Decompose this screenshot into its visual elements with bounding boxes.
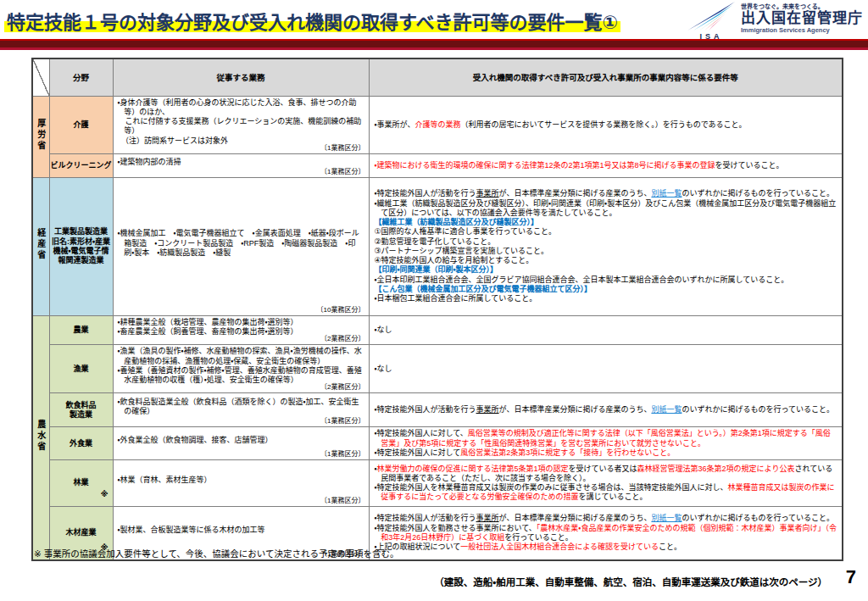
field-cell: 工業製品製造業旧名:素形材・産業機械・電気電子情報関連製造業 bbox=[49, 177, 113, 315]
next-page-note: （建設、造船・舶用工業、自動車整備、航空、宿泊、自動車運送業及び鉄道は次のページ… bbox=[434, 575, 827, 588]
field-cell: 飲食料品製造業 bbox=[49, 393, 113, 427]
ministry-label-mhlw: 厚労省 bbox=[32, 96, 49, 177]
table-row: 漁業 ・漁業（漁具の製作・補修、水産動植物の探索、漁具・漁労機械の操作、水産動植… bbox=[32, 345, 843, 393]
field-cell: 介護 bbox=[49, 96, 113, 153]
task-unit-label: 〔1業務区分〕 bbox=[320, 166, 364, 175]
bessi-ichiran-link[interactable]: 別紙一覧 bbox=[651, 405, 682, 414]
table-row: 農水省 農業 ・耕種農業全般（栽培管理、農産物の集出荷・選別等）・畜産農業全般（… bbox=[32, 315, 843, 345]
task-unit-label: 〔10業務区分〕 bbox=[317, 304, 365, 314]
work-cell: ・機械金属加工 ・電気電子機器組立て ・金属表面処理 ・紙器・段ボール箱製造 ・… bbox=[113, 177, 369, 315]
permits-table: 分野 従事する業務 受入れ機関の取得すべき許可及び受入れ事業所の事業内容等に係る… bbox=[31, 58, 843, 561]
work-cell: ・建築物内部の清掃〔1業務区分〕 bbox=[113, 153, 369, 177]
table-header-row: 分野 従事する業務 受入れ機関の取得すべき許可及び受入れ事業所の事業内容等に係る… bbox=[32, 58, 843, 96]
requirements-cell: ・なし bbox=[369, 315, 843, 345]
table-row: ビルクリーニング ・建築物内部の清掃〔1業務区分〕 ・建築物における衛生的環境の… bbox=[32, 153, 843, 177]
paper-plane-icon bbox=[687, 1, 736, 35]
table-row: 飲食料品製造業 ・飲食料品製造業全般（飲食料品（酒類を除く）の製造・加工、安全衛… bbox=[32, 393, 843, 427]
council-note-marker: ※ bbox=[101, 490, 108, 500]
field-cell: ビルクリーニング bbox=[49, 153, 113, 177]
work-cell: ・外食業全般（飲食物調理、接客、店舗管理）〔1業務区分〕 bbox=[113, 427, 369, 460]
requirements-cell: ・特定技能外国人が活動を行う事業所が、日本標準産業分類に掲げる産業のうち、別紙一… bbox=[369, 507, 843, 560]
requirements-cell: ・特定技能外国人が活動を行う事業所が、日本標準産業分類に掲げる産業のうち、別紙一… bbox=[369, 177, 843, 315]
requirements-cell: ・特定技能外国人に対して、風俗営業等の規制及び適正化等に関する法律（以下「風俗営… bbox=[369, 427, 843, 460]
task-unit-label: 〔1業務区分〕 bbox=[320, 448, 364, 458]
col-header-field: 分野 bbox=[49, 58, 113, 96]
requirements-cell: ・なし bbox=[369, 345, 843, 393]
task-unit-label: 〔1業務区分〕 bbox=[320, 142, 364, 152]
isa-logo: ISA 世界をつなぐ。未来をつくる。 出入国在留管理庁 Immigration … bbox=[687, 1, 863, 41]
work-cell: ・飲食料品製造業全般（飲食料品（酒類を除く）の製造・加工、安全衛生の確保）〔1業… bbox=[113, 393, 369, 427]
requirements-cell: ・事業所が、介護等の業務（利用者の居宅においてサービスを提供する業務を除く。）を… bbox=[369, 96, 843, 153]
page-title: 特定技能１号の対象分野及び受入れ機関の取得すべき許可等の要件一覧① bbox=[4, 7, 620, 34]
org-name: 出入国在留管理庁 bbox=[741, 10, 863, 27]
work-cell: ・身体介護等（利用者の心身の状況に応じた入浴、食事、排せつの介助等）のほか、 こ… bbox=[113, 96, 369, 153]
field-cell: 外食業 bbox=[49, 427, 113, 460]
field-cell: 農業 bbox=[49, 315, 113, 345]
page-number: 7 bbox=[846, 566, 856, 588]
field-cell: 漁業 bbox=[49, 345, 113, 393]
col-header-requirements: 受入れ機関の取得すべき許可及び受入れ事業所の事業内容等に係る要件等 bbox=[369, 58, 843, 96]
isa-acronym: ISA bbox=[699, 32, 722, 41]
table-row: 厚労省 介護 ・身体介護等（利用者の心身の状況に応じた入浴、食事、排せつの介助等… bbox=[32, 96, 843, 153]
footnote: ※ 事業所の協議会加入要件等として、今後、協議会において決定される予定の事項を含… bbox=[34, 547, 399, 559]
org-name-en: Immigration Services Agency bbox=[741, 27, 863, 35]
task-unit-label: 〔2業務区分〕 bbox=[320, 381, 364, 391]
requirements-cell: ・特定技能外国人が活動を行う事業所が、日本標準産業分類に掲げる産業のうち、別紙一… bbox=[369, 393, 843, 427]
task-unit-label: 〔1業務区分〕 bbox=[320, 415, 364, 425]
task-unit-label: 〔2業務区分〕 bbox=[320, 333, 364, 342]
field-cell: 林業※ bbox=[49, 460, 113, 507]
col-header-work: 従事する業務 bbox=[113, 58, 369, 96]
requirements-cell: ・林業労働力の確保の促進に関する法律第5条第1項の認定を受けている者又は森林経営… bbox=[369, 460, 843, 507]
table-row: 外食業 ・外食業全般（飲食物調理、接客、店舗管理）〔1業務区分〕 ・特定技能外国… bbox=[32, 427, 843, 460]
work-cell: ・林業（育林、素材生産等）〔1業務区分〕 bbox=[113, 460, 369, 507]
diagonal-header-cell bbox=[32, 58, 49, 96]
bessi-ichiran-link[interactable]: 別紙一覧 bbox=[651, 514, 682, 522]
ministry-label-maff: 農水省 bbox=[32, 315, 49, 559]
work-cell: ・耕種農業全般（栽培管理、農産物の集出荷・選別等）・畜産農業全般（飼養管理、畜産… bbox=[113, 315, 369, 345]
bessi-ichiran-link[interactable]: 別紙一覧 bbox=[651, 189, 682, 198]
task-unit-label: 〔1業務区分〕 bbox=[320, 495, 364, 504]
work-cell: ・漁業（漁具の製作・補修、水産動植物の探索、漁具・漁労機械の操作、水産動植物の採… bbox=[113, 345, 369, 393]
org-tagline: 世界をつなぐ。未来をつくる。 bbox=[741, 3, 863, 10]
table-row: 林業※ ・林業（育林、素材生産等）〔1業務区分〕 ・林業労働力の確保の促進に関す… bbox=[32, 460, 843, 507]
table-row: 経産省 工業製品製造業旧名:素形材・産業機械・電気電子情報関連製造業 ・機械金属… bbox=[32, 177, 843, 315]
ministry-label-meti: 経産省 bbox=[32, 177, 49, 315]
requirements-cell: ・建築物における衛生的環境の確保に関する法律第12条の2第1項第1号又は第8号に… bbox=[369, 153, 843, 177]
